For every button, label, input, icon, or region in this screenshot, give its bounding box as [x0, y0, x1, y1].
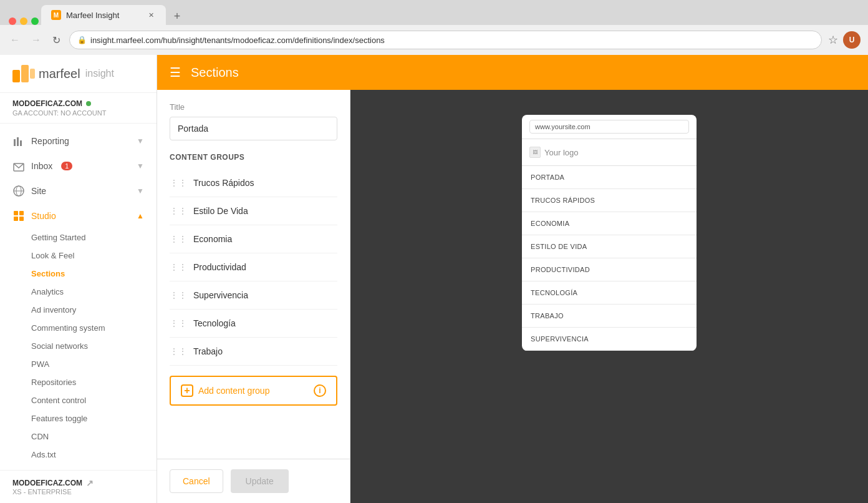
group-name: Trabajo — [193, 346, 223, 356]
svg-rect-11 — [14, 211, 18, 215]
content-groups-header: CONTENT GROUPS — [170, 153, 337, 162]
top-bar: ☰ Sections — [157, 55, 868, 90]
preview-menu-item-5[interactable]: TECNOLOGÍA — [522, 281, 697, 305]
preview-menu-item-0[interactable]: PORTADA — [522, 166, 697, 189]
account-sub: GA ACCOUNT: NO ACCOUNT — [12, 109, 144, 117]
preview-logo-label: Your logo — [544, 148, 578, 157]
address-bar[interactable]: 🔒 insight.marfeel.com/hub/insight/tenant… — [69, 31, 822, 49]
sidebar-brand: marfeel insight — [0, 55, 157, 93]
preview-url-input[interactable]: www.yoursite.com — [529, 120, 689, 134]
new-tab-button[interactable]: + — [168, 7, 186, 25]
group-name: Estilo De Vida — [193, 206, 248, 216]
sidebar-item-repositories[interactable]: Repositories — [31, 373, 157, 391]
maximize-window-button[interactable] — [31, 17, 39, 25]
sidebar-item-analytics[interactable]: Analytics — [31, 283, 157, 301]
sidebar-item-getting-started[interactable]: Getting Started — [31, 228, 157, 247]
svg-rect-13 — [14, 217, 18, 221]
sidebar-item-content-control[interactable]: Content control — [31, 391, 157, 409]
group-item-0: ⋮⋮ Trucos Rápidos — [170, 169, 337, 197]
page-title: Sections — [191, 66, 239, 80]
update-button[interactable]: Update — [231, 469, 289, 493]
sidebar-item-look-feel[interactable]: Look & Feel — [31, 247, 157, 265]
cancel-button[interactable]: Cancel — [170, 469, 223, 493]
drag-handle-icon[interactable]: ⋮⋮ — [170, 262, 187, 272]
sidebar-item-sections[interactable]: Sections — [31, 265, 157, 283]
sidebar-item-pwa[interactable]: PWA — [31, 355, 157, 373]
drag-handle-icon[interactable]: ⋮⋮ — [170, 346, 187, 356]
preview-menu-item-4[interactable]: PRODUCTIVIDAD — [522, 258, 697, 281]
drag-handle-icon[interactable]: ⋮⋮ — [170, 178, 187, 188]
reporting-label: Reporting — [31, 136, 69, 146]
sidebar-item-features-toggle[interactable]: Features toggle — [31, 409, 157, 427]
preview-menu-item-7[interactable]: SUPERVIVENCIA — [522, 328, 697, 351]
hamburger-menu-button[interactable]: ☰ — [170, 65, 181, 80]
group-item-3: ⋮⋮ Productividad — [170, 253, 337, 281]
app-container: marfeel insight MODOEFICAZ.COM GA ACCOUN… — [0, 55, 868, 503]
preview-panel: www.yoursite.com 🖼 Your logo PORTADA TRU… — [350, 90, 868, 503]
bookmark-button[interactable]: ☆ — [828, 33, 838, 47]
svg-rect-2 — [30, 69, 35, 79]
forward-button[interactable]: → — [29, 32, 44, 48]
reporting-arrow-icon: ▼ — [137, 137, 144, 145]
browser-chrome: M Marfeel Insight ✕ + ← → ↻ 🔒 insight.ma… — [0, 0, 868, 55]
sidebar-item-cdn[interactable]: CDN — [31, 427, 157, 446]
drag-handle-icon[interactable]: ⋮⋮ — [170, 234, 187, 244]
info-icon[interactable]: i — [314, 384, 326, 397]
minimize-window-button[interactable] — [20, 17, 27, 25]
add-content-group-button[interactable]: + Add content group i — [170, 376, 337, 406]
svg-rect-4 — [17, 137, 19, 146]
preview-menu-item-1[interactable]: TRUCOS RÁPIDOS — [522, 189, 697, 212]
sidebar-item-social-networks[interactable]: Social networks — [31, 337, 157, 355]
export-icon: ↗ — [86, 478, 94, 488]
group-item-5: ⋮⋮ Tecnología — [170, 310, 337, 338]
group-name: Supervivencia — [193, 290, 248, 300]
user-avatar[interactable]: U — [843, 31, 861, 49]
content-groups-list: ⋮⋮ Trucos Rápidos ⋮⋮ Estilo De Vida ⋮⋮ E… — [170, 169, 337, 366]
svg-rect-5 — [20, 140, 22, 146]
active-browser-tab[interactable]: M Marfeel Insight ✕ — [41, 5, 166, 25]
site-label: Site — [31, 186, 46, 196]
site-arrow-icon: ▼ — [137, 187, 144, 195]
browser-nav-actions: ☆ U — [828, 31, 861, 49]
reporting-icon — [12, 135, 25, 147]
sidebar-item-studio[interactable]: Studio ▲ — [0, 203, 157, 228]
title-input[interactable] — [170, 117, 337, 140]
sidebar-item-site[interactable]: Site ▼ — [0, 178, 157, 203]
back-button[interactable]: ← — [7, 32, 22, 48]
group-name: Trucos Rápidos — [193, 178, 254, 188]
inbox-icon — [12, 160, 25, 172]
sidebar-item-commenting-system[interactable]: Commenting system — [31, 319, 157, 337]
close-window-button[interactable] — [9, 17, 16, 25]
group-item-6: ⋮⋮ Trabajo — [170, 338, 337, 366]
sidebar-item-reporting[interactable]: Reporting ▼ — [0, 129, 157, 154]
sidebar-item-ad-inventory[interactable]: Ad inventory — [31, 301, 157, 319]
sidebar-item-ads-txt[interactable]: Ads.txt — [31, 446, 157, 464]
url-text: insight.marfeel.com/hub/insight/tenants/… — [90, 36, 385, 45]
drag-handle-icon[interactable]: ⋮⋮ — [170, 206, 187, 216]
marfeel-logo-icon — [12, 65, 35, 82]
sidebar-item-inbox[interactable]: Inbox 1 ▼ — [0, 154, 157, 178]
form-panel: Title CONTENT GROUPS ⋮⋮ Trucos Rápidos ⋮… — [157, 90, 350, 503]
browser-nav-bar: ← → ↻ 🔒 insight.marfeel.com/hub/insight/… — [0, 25, 868, 55]
main-content: ☰ Sections Title CONTENT GROUPS ⋮⋮ Truco… — [157, 55, 868, 503]
inbox-badge: 1 — [61, 162, 72, 170]
group-item-1: ⋮⋮ Estilo De Vida — [170, 197, 337, 225]
refresh-button[interactable]: ↻ — [50, 32, 63, 49]
studio-arrow-icon: ▲ — [137, 212, 144, 220]
drag-handle-icon[interactable]: ⋮⋮ — [170, 318, 187, 328]
group-item-4: ⋮⋮ Supervivencia — [170, 281, 337, 310]
preview-menu-item-2[interactable]: ECONOMIA — [522, 212, 697, 235]
svg-rect-12 — [19, 211, 24, 215]
preview-url-bar-container: www.yoursite.com — [522, 115, 697, 139]
drag-handle-icon[interactable]: ⋮⋮ — [170, 290, 187, 300]
sidebar-nav: Reporting ▼ Inbox 1 ▼ Site ▼ — [0, 124, 157, 470]
group-item-2: ⋮⋮ Economia — [170, 225, 337, 253]
content-area: Title CONTENT GROUPS ⋮⋮ Trucos Rápidos ⋮… — [157, 90, 868, 503]
logo-placeholder-icon: 🖼 — [529, 147, 541, 158]
svg-rect-3 — [14, 139, 16, 146]
sidebar-account: MODOEFICAZ.COM GA ACCOUNT: NO ACCOUNT — [0, 93, 157, 124]
preview-menu-item-3[interactable]: ESTILO DE VIDA — [522, 235, 697, 258]
lock-icon: 🔒 — [77, 36, 87, 44]
preview-menu-item-6[interactable]: TRABAJO — [522, 305, 697, 328]
tab-close-button[interactable]: ✕ — [146, 10, 156, 20]
